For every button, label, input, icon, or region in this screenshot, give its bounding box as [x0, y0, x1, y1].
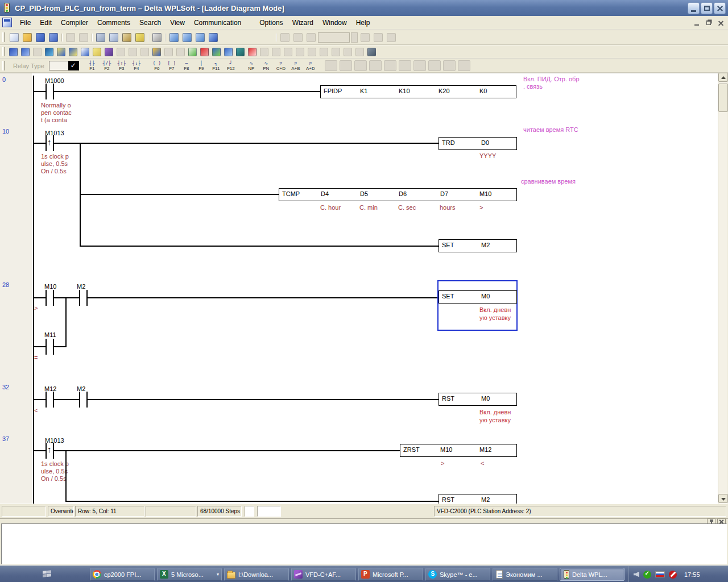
minimize-button[interactable]: [688, 2, 700, 14]
reset-icon[interactable]: [384, 31, 398, 44]
ladder-element-button[interactable]: [ ] F7: [165, 60, 179, 72]
windows-start-icon[interactable]: [38, 569, 57, 580]
menu-item[interactable]: View: [166, 16, 189, 29]
open-file-icon[interactable]: [20, 31, 34, 44]
delete-row-icon[interactable]: [175, 46, 187, 57]
toolbar-grip[interactable]: [2, 61, 5, 70]
stop-icon[interactable]: [371, 31, 384, 44]
blocked-status-icon[interactable]: [669, 571, 677, 579]
find-device-icon[interactable]: [127, 46, 139, 57]
relay-type-select[interactable]: [49, 61, 68, 70]
contact-m11[interactable]: [46, 339, 54, 355]
ladder-element-button[interactable]: [318, 60, 323, 72]
ladder-element-button[interactable]: ┘ F12: [224, 60, 238, 72]
zoom-in-icon[interactable]: [180, 31, 193, 44]
window-tile-icon[interactable]: [318, 46, 330, 57]
menu-item[interactable]: Options: [255, 16, 287, 29]
read-from-plc-icon[interactable]: [222, 46, 234, 57]
ladder-element-button[interactable]: ┤↑├ F3: [115, 60, 129, 72]
ladder-element-button[interactable]: ( ) F6: [150, 60, 164, 72]
table-view-icon[interactable]: [79, 46, 91, 57]
paste-icon[interactable]: [120, 31, 133, 44]
disabled-tool-icon[interactable]: [413, 60, 426, 71]
instruction-trd[interactable]: TRD D0: [439, 137, 517, 150]
run-monitor-icon[interactable]: [258, 46, 270, 57]
ld-out-icon[interactable]: [7, 46, 19, 57]
disabled-tool-icon[interactable]: [369, 60, 382, 71]
ladder-element-button[interactable]: [239, 60, 243, 72]
antivirus-ok-icon[interactable]: [643, 571, 651, 579]
disabled-tool-icon[interactable]: [399, 60, 411, 71]
disabled-tool-icon[interactable]: [340, 60, 352, 71]
disabled-tool-icon[interactable]: [354, 60, 367, 71]
taskbar-button-explorer[interactable]: I:\Downloa...: [224, 568, 289, 581]
simulator-icon[interactable]: [366, 46, 378, 57]
taskbar-button-chrome[interactable]: cp2000 FPI...: [90, 568, 155, 581]
print-preview-icon[interactable]: [77, 31, 90, 44]
mdi-restore-button[interactable]: [704, 18, 714, 27]
disabled-tool-icon[interactable]: [428, 60, 441, 71]
write-to-plc-icon[interactable]: [210, 46, 222, 57]
menu-item[interactable]: Window: [318, 16, 351, 29]
address-spinner[interactable]: [350, 32, 358, 43]
cut-icon[interactable]: [94, 31, 107, 44]
contact-m1013-rising[interactable]: [46, 135, 54, 151]
dock-splitter[interactable]: [0, 518, 728, 523]
taskbar-button-word[interactable]: Экономим ...: [493, 568, 557, 581]
new-file-icon[interactable]: [7, 31, 20, 44]
ladder-element-button[interactable]: ⇄ A+D: [304, 60, 317, 72]
disabled-tool-icon[interactable]: [458, 60, 470, 71]
contact-m2[interactable]: [79, 392, 88, 408]
comment-edit-icon[interactable]: [91, 46, 103, 57]
ladder-element-button[interactable]: ⇄ C+D: [274, 60, 288, 72]
close-button[interactable]: [714, 2, 726, 14]
ladder-element-button[interactable]: ┐ F11: [209, 60, 223, 72]
ladder-element-button[interactable]: ┤↓├ F4: [130, 60, 143, 72]
code-check-icon[interactable]: [246, 46, 258, 57]
taskbar-button-wplsoft[interactable]: Delta WPL...: [560, 568, 624, 581]
instruction-tcmp[interactable]: TCMP D4 D5 D6 D7 M10: [279, 188, 517, 201]
replace-icon[interactable]: [139, 46, 151, 57]
save-icon[interactable]: [34, 31, 47, 44]
menu-item[interactable]: Help: [351, 16, 375, 29]
sfc-view-icon[interactable]: [31, 46, 43, 57]
ladder-element-button[interactable]: ┤├ F1: [85, 60, 99, 72]
menu-item[interactable]: Search: [135, 16, 166, 29]
address-combo[interactable]: [317, 32, 350, 43]
print-ladder-icon[interactable]: [354, 46, 366, 57]
taskbar-button-skype[interactable]: Skype™ - e...: [425, 568, 490, 581]
toolbar-grip[interactable]: [2, 47, 5, 56]
zoom-tool-icon[interactable]: [115, 46, 127, 57]
instruction-zrst[interactable]: ZRST M10 M12: [400, 444, 517, 457]
contact-m10[interactable]: [46, 290, 54, 306]
menu-item[interactable]: Communication: [189, 16, 246, 29]
ladder-element-button[interactable]: ⇄ A+B: [289, 60, 303, 72]
language-ru-flag-icon[interactable]: [655, 571, 665, 577]
step-run-icon[interactable]: [278, 31, 291, 44]
pen-icon[interactable]: [103, 46, 115, 57]
ladder-element-button[interactable]: ∿ NP: [245, 60, 258, 72]
disabled-tool-icon[interactable]: [443, 60, 456, 71]
scrollbar-thumb[interactable]: [718, 84, 728, 112]
comm-setting-icon[interactable]: [234, 46, 246, 57]
mdi-close-button[interactable]: [715, 18, 726, 27]
edit-mode-icon[interactable]: [55, 46, 67, 57]
contact-m1000[interactable]: [46, 84, 54, 99]
instruction-set-m2[interactable]: SET M2: [439, 239, 517, 252]
monitor-icon[interactable]: [43, 46, 55, 57]
pause-icon[interactable]: [304, 31, 317, 44]
stop-compile-icon[interactable]: [198, 46, 210, 57]
maximize-button[interactable]: [701, 2, 713, 14]
ladder-element-button[interactable]: ∿ PN: [259, 60, 273, 72]
copy-icon[interactable]: [107, 31, 120, 44]
menu-item[interactable]: Compiler: [56, 16, 93, 29]
menu-item[interactable]: Edit: [35, 16, 56, 29]
vertical-scrollbar[interactable]: [718, 73, 727, 504]
instruction-rst-m2[interactable]: RST M2: [439, 494, 517, 504]
instruction-rst-m0[interactable]: RST M0: [439, 393, 517, 406]
instruction-fpidp[interactable]: FPIDP K1 K10 K20 K0: [320, 85, 516, 98]
relay-type-dropdown-icon[interactable]: [68, 61, 79, 70]
menu-item[interactable]: Comments: [93, 16, 135, 29]
ladder-editor[interactable]: 0 M1000 Normally o pen contac t (a conta…: [0, 73, 718, 504]
taskbar-button-excel-group[interactable]: 5 Microso... ▾: [157, 568, 222, 581]
